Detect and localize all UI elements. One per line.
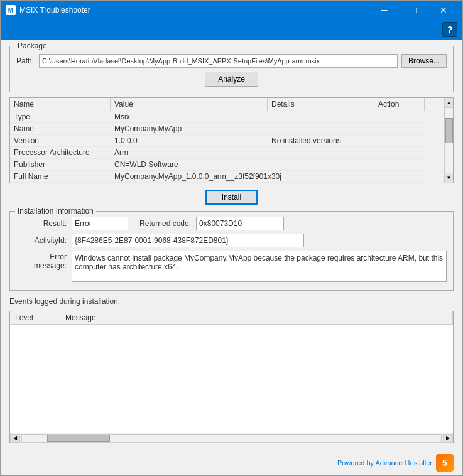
cell-name: Type [10,111,111,123]
cell-value: Msix [111,111,268,123]
activity-label: ActivityId: [16,236,67,245]
activity-row: ActivityId: [16,234,447,247]
hscroll-thumb[interactable] [47,435,110,442]
path-label: Path: [16,57,35,65]
result-row: Result: Returned code: [16,217,447,230]
cell-details [268,171,374,183]
scrollbar-thumb[interactable] [445,118,453,143]
ai-logo: 5 [436,454,454,472]
events-header: Level Message [10,311,453,325]
cell-action [374,111,425,123]
result-label: Result: [16,219,67,228]
table-row: Publisher CN=WLD Software [10,159,453,171]
window-controls: ─ □ ✕ [370,1,457,19]
path-row: Path: Browse... [16,54,447,68]
events-label: Events logged during installation: [9,297,454,306]
cell-value: 1.0.0.0 [111,135,268,147]
path-input[interactable] [39,54,398,68]
error-textarea[interactable] [72,251,447,282]
cell-name: Version [10,135,111,147]
events-col-level: Level [10,311,60,324]
footer: Powered by Advanced Installer 5 [1,450,462,475]
col-name-header: Name [10,98,111,111]
table-header: Name Value Details Action [10,98,453,111]
window-title: MSIX Troubleshooter [19,6,370,14]
install-button[interactable]: Install [205,190,258,205]
cell-action [374,123,425,135]
cell-value: Arm [111,147,268,159]
cell-details: No installed versions [268,135,374,147]
hscroll-track[interactable] [21,434,442,443]
hscroll-left[interactable]: ◀ [10,434,20,443]
table-row: Name MyCompany.MyApp [10,123,453,135]
analyze-row: Analyze [16,72,447,87]
close-button[interactable]: ✕ [429,1,457,19]
powered-text: Powered by Advanced Installer [337,459,432,467]
installation-group: Installation Information Result: Returne… [9,211,454,291]
main-window: M MSIX Troubleshooter ─ □ ✕ ? Package Pa… [0,0,463,476]
returned-code-input[interactable] [196,217,284,230]
cell-name: Name [10,123,111,135]
events-col-message: Message [60,311,453,324]
cell-details [268,111,374,123]
cell-action [374,147,425,159]
cell-details [268,123,374,135]
cell-value: CN=WLD Software [111,159,268,171]
col-value-header: Value [111,98,268,111]
help-button[interactable]: ? [442,22,457,37]
analyze-button[interactable]: Analyze [205,72,258,87]
cell-details [268,159,374,171]
main-content: Package Path: Browse... Analyze Name Val… [1,40,462,450]
error-label: Error message: [16,251,67,270]
hscroll-right[interactable]: ▶ [443,434,453,443]
title-bar: M MSIX Troubleshooter ─ □ ✕ [1,1,462,19]
vertical-scrollbar[interactable]: ▲ ▼ [444,98,453,183]
package-group: Package Path: Browse... Analyze [9,46,454,92]
package-group-title: Package [15,41,50,50]
table-row: Full Name MyCompany.MyApp_1.0.0.0_arm__z… [10,171,453,183]
cell-name: Full Name [10,171,111,183]
cell-details [268,147,374,159]
events-table: Level Message ◀ ▶ [9,311,454,443]
cell-name: Processor Architecture [10,147,111,159]
events-footer: ◀ ▶ [10,433,453,443]
browse-button[interactable]: Browse... [401,54,447,68]
activity-input[interactable] [72,234,304,247]
table-row: Type Msix [10,111,453,123]
table-row: Processor Architecture Arm [10,147,453,159]
window-icon: M [6,5,16,15]
error-row: Error message: [16,251,447,282]
package-table: Name Value Details Action Type Msix Name… [9,97,454,183]
table-row: Version 1.0.0.0 No installed versions [10,135,453,147]
installation-group-title: Installation Information [15,207,96,215]
result-input[interactable] [72,217,128,230]
col-action-header: Action [374,98,425,111]
cell-action [374,159,425,171]
toolbar: ? [1,19,462,40]
cell-name: Publisher [10,159,111,171]
returned-code-label: Returned code: [139,219,191,228]
col-details-header: Details [268,98,374,111]
install-row: Install [9,190,454,205]
minimize-button[interactable]: ─ [370,1,398,19]
cell-value: MyCompany.MyApp_1.0.0.0_arm__z3f52f901x3… [111,171,268,183]
cell-action [374,135,425,147]
table-body: Type Msix Name MyCompany.MyApp Version 1… [10,111,453,183]
restore-button[interactable]: □ [400,1,428,19]
cell-action [374,171,425,183]
cell-value: MyCompany.MyApp [111,123,268,135]
events-body [10,325,453,433]
